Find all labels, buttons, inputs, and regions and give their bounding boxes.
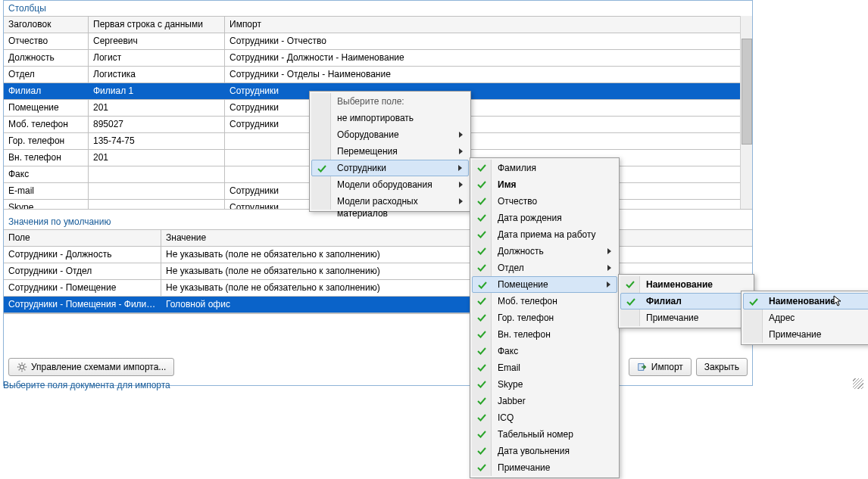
table-cell[interactable]: Сотрудники xyxy=(225,117,752,132)
menu-item[interactable]: Наименование xyxy=(620,276,752,293)
chevron-right-icon xyxy=(459,198,463,204)
menu-item[interactable]: Вн. телефон xyxy=(472,326,617,343)
table-cell[interactable]: Гор. телефон xyxy=(4,133,89,149)
menu-item-label: Дата рождения xyxy=(498,213,562,223)
check-icon xyxy=(477,230,486,239)
chevron-right-icon xyxy=(458,165,462,171)
menu-item[interactable]: Отдел xyxy=(472,260,617,276)
table-cell[interactable]: Отчество xyxy=(4,33,89,49)
svg-line-7 xyxy=(19,369,20,370)
import-icon xyxy=(637,362,648,372)
menu-item[interactable]: Примечание xyxy=(472,459,617,476)
table-cell[interactable]: Сотрудники xyxy=(225,83,752,99)
table-cell[interactable] xyxy=(89,200,225,210)
resize-grip[interactable] xyxy=(853,378,863,389)
table-cell[interactable]: Сотрудники - Отделы - Наименование xyxy=(225,67,752,82)
menu-item[interactable]: Помещение xyxy=(472,276,617,293)
table-cell[interactable]: Филиал xyxy=(4,83,89,99)
menu-item-label: Факс xyxy=(498,346,518,356)
menu-item[interactable]: Гор. телефон xyxy=(472,309,617,326)
menu-item[interactable]: Должность xyxy=(472,243,617,260)
menu-item[interactable]: Наименование xyxy=(743,293,868,309)
menu-item[interactable]: Дата приема на работу xyxy=(472,226,617,243)
manage-schemes-button[interactable]: Управление схемами импорта... xyxy=(8,358,174,376)
menu-item[interactable]: Модели оборудования xyxy=(311,176,469,193)
menu-item[interactable]: Дата рождения xyxy=(472,210,617,226)
table-cell[interactable]: Сотрудники - Помещения - Филиал xyxy=(4,297,161,313)
table-cell[interactable]: Не указывать (поле не обязательно к запо… xyxy=(161,247,752,263)
menu-item[interactable]: Примечание xyxy=(620,309,752,326)
table-cell[interactable]: Моб. телефон xyxy=(4,117,89,132)
table-cell[interactable]: Сотрудники xyxy=(225,100,752,116)
table-cell[interactable]: 895027 xyxy=(89,117,225,132)
menu-item[interactable]: Примечание xyxy=(743,326,868,343)
room-submenu[interactable]: НаименованиеФилиалПримечание xyxy=(618,274,754,328)
table-cell[interactable]: Сотрудники - Должности - Наименование xyxy=(225,50,752,66)
menu-item[interactable]: Модели расходных материалов xyxy=(311,193,469,210)
scroll-thumb[interactable] xyxy=(742,39,752,145)
menu-item[interactable]: Моб. телефон xyxy=(472,293,617,309)
table-cell[interactable]: E-mail xyxy=(4,183,89,199)
menu-item[interactable]: Факс xyxy=(472,343,617,359)
menu-item-label: Skype xyxy=(498,379,523,390)
menu-item[interactable]: ICQ xyxy=(472,409,617,426)
table-row[interactable]: ОтчествоСергеевичСотрудники - Отчество xyxy=(4,33,752,50)
menu-item[interactable]: Филиал xyxy=(620,293,752,309)
menu-item[interactable]: Сотрудники xyxy=(311,160,469,176)
table-cell[interactable] xyxy=(89,183,225,199)
menu-item[interactable]: не импортировать xyxy=(311,110,469,126)
table-cell[interactable]: Сотрудники - Отдел xyxy=(4,263,161,279)
employees-submenu[interactable]: ФамилияИмяОтчествоДата рожденияДата прие… xyxy=(470,157,620,478)
menu-item[interactable]: Оборудование xyxy=(311,126,469,143)
table-cell[interactable]: Отдел xyxy=(4,67,89,82)
import-button[interactable]: Импорт xyxy=(629,358,692,376)
table-row[interactable]: ДолжностьЛогистСотрудники - Должности - … xyxy=(4,50,752,67)
menu-item[interactable]: Перемещения xyxy=(311,143,469,160)
table-cell[interactable]: 201 xyxy=(89,150,225,166)
menu-item[interactable]: Фамилия xyxy=(472,160,617,176)
col-header-title[interactable]: Заголовок xyxy=(4,17,89,33)
field-menu[interactable]: Выберите поле: не импортироватьОборудова… xyxy=(309,91,471,212)
table-cell[interactable]: 201 xyxy=(89,100,225,116)
col-header-first-row[interactable]: Первая строка с данными xyxy=(89,17,225,33)
table-cell[interactable]: Филиал 1 xyxy=(89,83,225,99)
table-row[interactable]: ОтделЛогистикаСотрудники - Отделы - Наим… xyxy=(4,67,752,83)
menu-item-label: Дата увольнения xyxy=(498,446,570,456)
menu-item[interactable]: Email xyxy=(472,359,617,376)
table-cell[interactable] xyxy=(89,166,225,182)
menu-item-label: Имя xyxy=(498,179,517,190)
table-cell[interactable]: Skype xyxy=(4,200,89,210)
menu-item[interactable]: Дата увольнения xyxy=(472,443,617,459)
table-cell[interactable]: 135-74-75 xyxy=(89,133,225,149)
menu-item[interactable]: Табельный номер xyxy=(472,426,617,443)
menu-item[interactable]: Skype xyxy=(472,376,617,393)
table-cell[interactable]: Сотрудники - Должность xyxy=(4,247,161,263)
close-button[interactable]: Закрыть xyxy=(696,358,748,376)
table-cell[interactable]: Факс xyxy=(4,166,89,182)
table-row[interactable]: Сотрудники - ДолжностьНе указывать (поле… xyxy=(4,247,752,263)
col-header-import[interactable]: Импорт xyxy=(225,17,752,33)
table-cell[interactable]: Сотрудники - Помещение xyxy=(4,280,161,296)
menu-item[interactable]: Jabber xyxy=(472,393,617,409)
table-cell[interactable]: Сергеевич xyxy=(89,33,225,49)
columns-scrollbar[interactable] xyxy=(740,16,752,209)
check-icon xyxy=(477,330,486,339)
menu-item-label: Табельный номер xyxy=(498,429,573,440)
table-cell[interactable]: Вн. телефон xyxy=(4,150,89,166)
table-cell[interactable]: Сотрудники - Отчество xyxy=(225,33,752,49)
table-cell[interactable]: Логист xyxy=(89,50,225,66)
table-cell[interactable]: Должность xyxy=(4,50,89,66)
table-cell[interactable] xyxy=(225,133,752,149)
branch-submenu[interactable]: НаименованиеАдресПримечание xyxy=(741,291,868,345)
table-cell[interactable]: Помещение xyxy=(4,100,89,116)
gear-icon xyxy=(17,362,27,372)
svg-line-6 xyxy=(24,369,25,370)
menu-item[interactable]: Адрес xyxy=(743,309,868,326)
menu-item[interactable]: Отчество xyxy=(472,193,617,210)
defaults-header-value[interactable]: Значение xyxy=(161,230,752,246)
table-cell[interactable]: Логистика xyxy=(89,67,225,82)
button-bar: Управление схемами импорта... Импорт Зак… xyxy=(8,356,748,378)
defaults-header-field[interactable]: Поле xyxy=(4,230,161,246)
menu-item[interactable]: Имя xyxy=(472,176,617,193)
check-icon xyxy=(477,163,486,173)
